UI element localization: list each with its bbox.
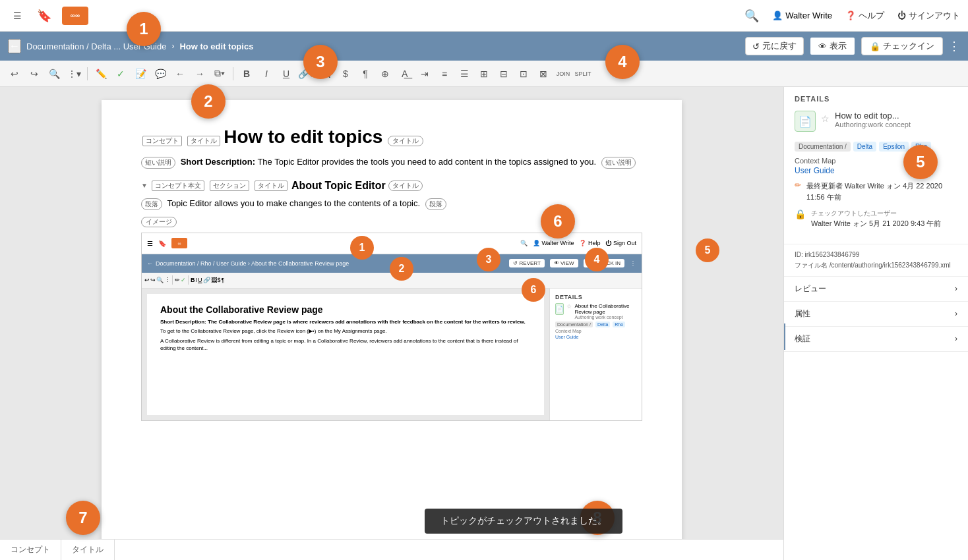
nested-authoring: Authoring work concept: [574, 315, 636, 320]
nested-nav: ☰ 🔖 ∞ 🔍 👤 Walter Write ❓ Help ⏻ Sign Out: [142, 233, 642, 254]
edit-pencil-icon: ✏: [795, 181, 801, 190]
format-button[interactable]: 📝: [131, 65, 150, 83]
doc-title-sidebar: How to edit top...: [835, 111, 911, 121]
callout-circle-2: 2: [191, 84, 226, 119]
revert-icon: ↺: [752, 42, 760, 51]
id-label: ID: irk1562343846799: [795, 250, 957, 260]
bottom-tab-bar: コンセプト タイトル: [0, 539, 783, 560]
callout-circle-5: 5: [903, 145, 938, 179]
nested-sd-text: The Collaborative Review page is where r…: [208, 319, 526, 325]
last-edited-text: 最終更新者 Walter Write ォン 4月 22 2020 11:56 午…: [806, 181, 957, 202]
search-icon[interactable]: 🔍: [744, 9, 759, 23]
redo-button[interactable]: ↪: [25, 65, 44, 83]
nested-editor-area: About the Collaborative Review page Shor…: [142, 289, 549, 420]
nested-bookmark: 🔖: [158, 240, 166, 247]
nested-revert: ↺ REVERT: [509, 259, 545, 267]
arrow-right-button[interactable]: →: [191, 65, 209, 83]
help-button[interactable]: ❓ ヘルプ: [845, 10, 884, 22]
indent-button[interactable]: ⇥: [415, 65, 434, 83]
edit-button[interactable]: ✏️: [92, 65, 110, 83]
dollar-button[interactable]: $: [336, 65, 355, 83]
more-options-button[interactable]: ⋮▾: [65, 65, 83, 83]
short-desc-text: The Topic Editor provides the tools you …: [257, 157, 596, 167]
underline-button[interactable]: U: [277, 65, 295, 83]
nested-content-area: About the Collaborative Review page Shor…: [142, 289, 642, 420]
toolbar: ↩ ↪ 🔍 ⋮▾ ✏️ ✓ 📝 💬 ← → ⧉▾ B I U 🔗▾ 🖼 $ ¶ …: [0, 61, 968, 87]
nested-sep: [172, 275, 173, 285]
tab-title[interactable]: タイトル: [61, 540, 115, 561]
split-button[interactable]: ⊠: [534, 65, 553, 83]
callout-circle-7: 7: [66, 501, 100, 535]
image-tag: イメージ: [141, 217, 177, 227]
split2-button[interactable]: SPLIT: [574, 65, 592, 83]
view-icon: 👁: [818, 42, 827, 51]
numbered-list-button[interactable]: ≡: [435, 65, 454, 83]
sidebar-collapse-button[interactable]: ›: [783, 323, 785, 350]
section-title-end: タイトル: [388, 181, 423, 191]
nested-logo-icon: ∞: [178, 241, 181, 246]
user-info: 👤 Walter Write: [772, 11, 832, 20]
attributes-chevron: ›: [955, 309, 957, 318]
id-section: ID: irk1562343846799 ファイル名 /content/auth…: [784, 244, 968, 277]
paragraph-button[interactable]: ¶: [356, 65, 375, 83]
tab-concept[interactable]: コンセプト: [0, 540, 61, 561]
join-button[interactable]: JOIN: [554, 65, 572, 83]
arrow-left-button[interactable]: ←: [171, 65, 189, 83]
bullet-list-button[interactable]: ☰: [455, 65, 473, 83]
title-line: コンセプト タイトル How to edit topics タイトル: [141, 126, 642, 148]
review-section[interactable]: レビュー ›: [784, 277, 968, 302]
separator-2: [233, 67, 233, 80]
nested-circle-label-6: 6: [522, 278, 545, 302]
favorite-star-icon[interactable]: ☆: [821, 113, 830, 124]
table-col-button[interactable]: ⊡: [514, 65, 533, 83]
nested-circle-label-2: 2: [390, 257, 413, 281]
nested-tb-redo: ↪: [150, 277, 156, 283]
revert-button[interactable]: ↺ 元に戻す: [745, 37, 804, 55]
main-layout: コンセプト タイトル How to edit topics タイトル 短い説明 …: [0, 87, 968, 560]
content-ref-button[interactable]: ⊕: [376, 65, 394, 83]
callout-circle-4: 4: [605, 45, 640, 79]
nested-doc-title: About the Collaborative Review page: [160, 304, 531, 315]
nested-screenshot: ☰ 🔖 ∞ 🔍 👤 Walter Write ❓ Help ⏻ Sign Out: [141, 233, 642, 421]
table-button[interactable]: ⊞: [475, 65, 493, 83]
search-toolbar-button[interactable]: 🔍: [45, 65, 63, 83]
checkin-button[interactable]: 🔒 チェックイン: [861, 37, 943, 55]
comment-button[interactable]: 💬: [151, 65, 169, 83]
more-button[interactable]: ⋮: [948, 39, 960, 53]
nested-sidebar: DETAILS 📄 ☆ About the Collaborative Revi…: [549, 289, 642, 420]
breadcrumb-actions: ↺ 元に戻す 👁 表示 🔒 チェックイン ⋮: [745, 36, 960, 56]
document-title: How to edit topics: [224, 126, 382, 147]
separator-1: [87, 67, 88, 80]
view-button[interactable]: 👁 表示: [809, 36, 856, 56]
verification-section[interactable]: 検証 ›: [784, 327, 968, 352]
attributes-section[interactable]: 属性 ›: [784, 302, 968, 327]
short-desc-bold: Short Description:: [181, 157, 255, 167]
char-button[interactable]: A͟: [396, 65, 414, 83]
right-sidebar: › DETAILS 📄 ☆ How to edit top... Authori…: [783, 87, 968, 560]
nested-tb-img: 🖼: [211, 277, 217, 283]
editor-area[interactable]: コンセプト タイトル How to edit topics タイトル 短い説明 …: [0, 87, 783, 560]
nested-tb-i: I: [196, 277, 198, 283]
nested-sep2: [188, 275, 189, 285]
body-tag: コンセプト本文: [152, 181, 204, 191]
italic-button[interactable]: I: [257, 65, 276, 83]
nested-document: About the Collaborative Review page Shor…: [147, 294, 544, 415]
hamburger-button[interactable]: ☰: [8, 7, 26, 25]
breadcrumb-current: How to edit topics: [179, 42, 253, 51]
signout-button[interactable]: ⏻ サインアウト: [897, 10, 960, 22]
bold-button[interactable]: B: [237, 65, 256, 83]
file-label: ファイル名 /content/authoring/irk156234384679…: [795, 260, 957, 271]
nested-circle-label-3: 3: [477, 248, 500, 271]
nav-right: 🔍 👤 Walter Write ❓ ヘルプ ⏻ サインアウト: [744, 9, 960, 23]
undo-button[interactable]: ↩: [5, 65, 24, 83]
table-row-button[interactable]: ⊟: [495, 65, 513, 83]
collapse-icon[interactable]: ▼: [141, 182, 148, 189]
nested-bc-tags: Documentation / Delta Rho: [555, 322, 636, 327]
para-tag-open: 段落: [141, 198, 162, 210]
check-button[interactable]: ✓: [111, 65, 130, 83]
copy-button[interactable]: ⧉▾: [210, 65, 229, 83]
doc-title-container: How to edit top... Authoring:work concep…: [835, 111, 911, 134]
section-tag: セクション: [210, 181, 249, 191]
back-button[interactable]: ←: [8, 39, 21, 53]
callout-circle-3: 3: [303, 45, 338, 79]
